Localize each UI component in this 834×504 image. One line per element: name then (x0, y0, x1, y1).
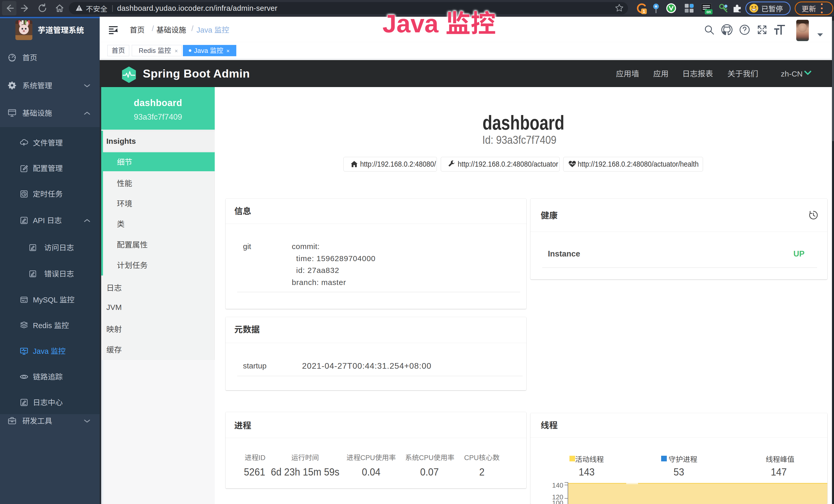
svg-text:on: on (706, 10, 711, 14)
svg-text:1: 1 (643, 9, 645, 14)
